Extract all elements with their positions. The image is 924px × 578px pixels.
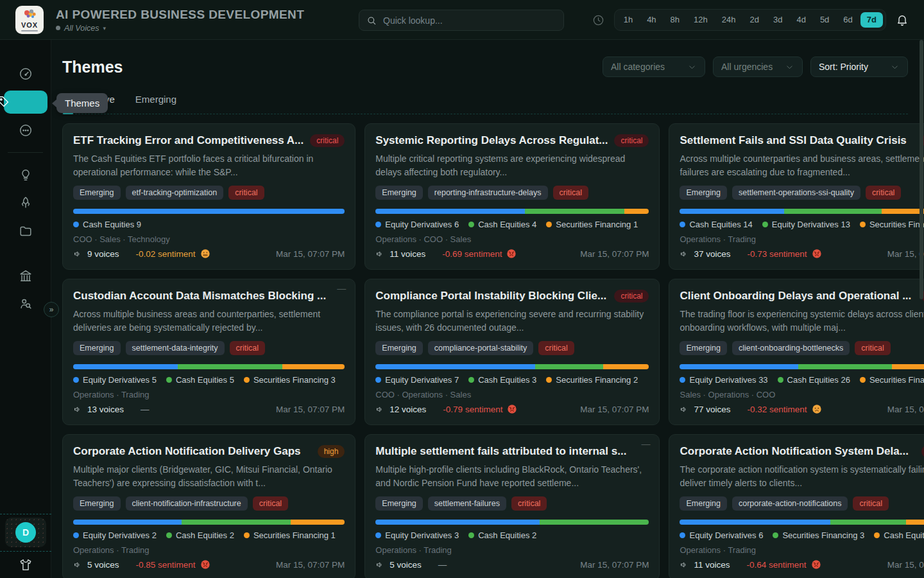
legend-item: Securities Financing 1 [244, 530, 336, 540]
tag-pill[interactable]: client-onboarding-bottlenecks [732, 341, 850, 355]
tag-pill[interactable]: Emerging [680, 496, 727, 511]
sidebar-item-chat[interactable] [0, 116, 51, 144]
sentiment-value: -0.02 sentiment [136, 249, 210, 259]
tab-bar: ActiveEmerging [62, 92, 908, 114]
theme-card[interactable]: —Custodian Account Data Mismatches Block… [62, 279, 355, 425]
tag-pill[interactable]: Emerging [375, 496, 423, 511]
filter-select-0[interactable]: All categories [603, 57, 705, 77]
sidebar-item-tshirt[interactable] [0, 554, 51, 578]
search-icon [366, 15, 377, 26]
tag-pill[interactable]: client-notification-infrastructure [126, 496, 248, 511]
theme-card[interactable]: Client Onboarding Delays and Operational… [669, 279, 924, 425]
page-title: Themes [62, 58, 123, 76]
theme-card[interactable]: —Multiple settlement fails attributed to… [364, 434, 660, 578]
card-title: Multiple settlement fails attributed to … [375, 444, 649, 458]
time-range-3d[interactable]: 3d [767, 12, 789, 28]
card-description: The trading floor is experiencing system… [680, 308, 924, 335]
sidebar-item-rocket[interactable] [0, 189, 51, 217]
category-bar [375, 520, 649, 525]
sidebar-item-gauge[interactable] [0, 60, 51, 88]
vox-logo[interactable]: VOX [15, 6, 44, 34]
voice-selector[interactable]: All Voices ▾ [56, 24, 304, 33]
bell-icon[interactable] [896, 13, 909, 26]
tag-pill[interactable]: settlement-data-integrity [126, 341, 225, 355]
theme-card[interactable]: Settlement Fails and SSI Data Quality Cr… [669, 123, 924, 270]
critical-tag[interactable]: critical [511, 496, 547, 511]
tag-pill[interactable]: corporate-action-notifications [732, 496, 848, 511]
time-range-12h[interactable]: 12h [687, 12, 714, 28]
time-range-6d[interactable]: 6d [837, 12, 859, 28]
tag-pill[interactable]: Emerging [375, 186, 423, 200]
theme-card[interactable]: ETF Tracking Error and Competitiveness A… [62, 123, 355, 270]
critical-tag[interactable]: critical [538, 341, 574, 355]
time-range-7d[interactable]: 7d [860, 12, 883, 28]
search-input[interactable] [382, 15, 556, 26]
category-bar [73, 209, 345, 214]
tag-pill[interactable]: Emerging [375, 341, 423, 355]
legend-dot-icon [375, 532, 381, 538]
sidebar-item-people-search[interactable] [0, 290, 51, 318]
sentiment-value: -0.85 sentiment [136, 559, 210, 570]
sentiment-value: -0.79 sentiment [443, 404, 517, 414]
tag-pill[interactable]: settlement-operations-ssi-quality [732, 186, 860, 200]
card-head: Systemic Reporting Delays Across Regulat… [375, 134, 649, 147]
legend-item: Equity Derivatives 33 [680, 375, 767, 385]
legend: Equity Derivatives 6Securities Financing… [680, 530, 924, 540]
sidebar-item-tag[interactable] [0, 88, 51, 116]
scrollbar[interactable] [920, 40, 923, 299]
voices-count: 9 voices [73, 249, 119, 259]
card-timestamp: Mar 15, 07:07 PM [580, 249, 649, 259]
tag-pill[interactable]: Emerging [73, 496, 121, 511]
time-range-2d[interactable]: 2d [743, 12, 765, 28]
collapse-dash[interactable]: — [641, 439, 650, 449]
legend-item: Securities Financing 16 [860, 375, 924, 385]
theme-card[interactable]: Corporate Action Notification System Del… [669, 434, 924, 578]
tag-pill[interactable]: Emerging [73, 341, 121, 355]
critical-tag[interactable]: critical [553, 186, 588, 200]
tag-pill[interactable]: reporting-infrastructure-delays [428, 186, 548, 200]
sidebar-expand-button[interactable]: » [44, 302, 59, 317]
critical-tag[interactable]: critical [230, 341, 265, 355]
bar-segment-orange [906, 520, 924, 525]
tag-pill[interactable]: Emerging [73, 186, 121, 200]
tag-pill[interactable]: Emerging [680, 341, 727, 355]
critical-tag[interactable]: critical [866, 186, 901, 200]
critical-tag[interactable]: critical [855, 341, 890, 355]
card-footer: 11 voices-0.69 sentimentMar 15, 07:07 PM [375, 249, 649, 259]
time-range-1h[interactable]: 1h [617, 12, 639, 28]
filter-select-2[interactable]: Sort: Priority [810, 57, 908, 77]
time-range-8h[interactable]: 8h [664, 12, 686, 28]
speaker-icon [73, 249, 83, 259]
bar-segment-orange [892, 364, 924, 369]
critical-tag[interactable]: critical [853, 496, 888, 511]
tag-pill[interactable]: Emerging [680, 186, 727, 200]
time-range-4d[interactable]: 4d [790, 12, 812, 28]
theme-card[interactable]: Corporate Action Notification Delivery G… [62, 434, 355, 578]
sidebar-item-folder[interactable] [0, 217, 51, 245]
user-avatar[interactable]: D [15, 522, 36, 543]
tab-emerging[interactable]: Emerging [135, 92, 176, 114]
legend-dot-icon [73, 377, 79, 383]
tag-pill[interactable]: etf-tracking-optimization [126, 186, 224, 200]
sidebar-item-bank[interactable] [0, 261, 51, 290]
card-head: Settlement Fails and SSI Data Quality Cr… [680, 134, 924, 147]
card-description: Multiple high-profile clients including … [375, 463, 649, 490]
clock-icon[interactable] [592, 14, 604, 26]
critical-tag[interactable]: critical [253, 496, 288, 511]
collapse-dash[interactable]: — [337, 283, 346, 293]
tag-pill[interactable]: settlement-failures [428, 496, 506, 511]
sidebar-item-lightbulb[interactable] [0, 161, 51, 189]
time-range-24h[interactable]: 24h [715, 12, 742, 28]
user-menu[interactable]: D [5, 518, 46, 547]
filter-select-1[interactable]: All urgencies [713, 57, 803, 77]
time-range-5d[interactable]: 5d [814, 12, 835, 28]
legend-item: Equity Derivatives 5 [73, 375, 157, 385]
time-range-4h[interactable]: 4h [640, 12, 662, 28]
theme-card[interactable]: Compliance Portal Instability Blocking C… [364, 279, 660, 425]
card-description: Multiple critical reporting systems are … [375, 152, 649, 179]
tag-pill[interactable]: compliance-portal-stability [428, 341, 534, 355]
theme-card[interactable]: Systemic Reporting Delays Across Regulat… [364, 123, 660, 270]
sentiment-value: — [141, 405, 150, 414]
bar-segment-blue [73, 209, 345, 214]
critical-tag[interactable]: critical [228, 186, 264, 200]
